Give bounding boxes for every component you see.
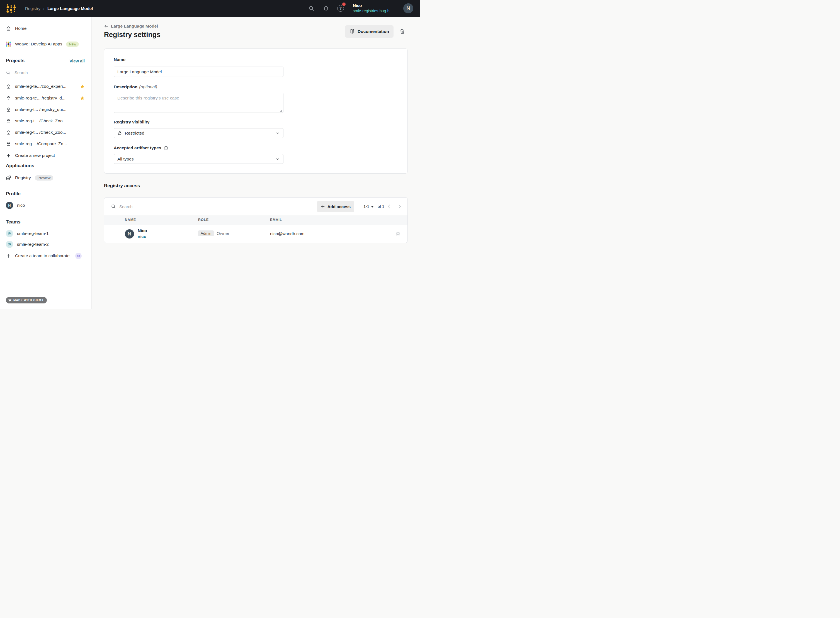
star-icon[interactable] [80,84,85,89]
column-header-role: ROLE [198,218,209,222]
page-total: of 1 [378,204,384,209]
upgrade-crown-icon [75,253,82,259]
wandb-logo-icon[interactable] [6,3,16,13]
plus-icon [6,253,11,258]
bell-icon[interactable] [323,5,329,12]
sidebar-project-item[interactable]: smle-reg-te... /registry_d... [0,94,91,102]
create-team-button[interactable]: Create a team to collaborate [0,252,91,260]
chevron-right-icon[interactable] [397,204,403,209]
registry-access-heading: Registry access [104,183,140,189]
preview-badge: Preview [35,175,53,181]
pagination: 1-1 of 1 [363,198,384,215]
lock-icon [6,119,11,124]
remove-access-icon[interactable] [395,231,401,237]
lock-icon [6,141,11,147]
access-table-header: NAME ROLE EMAIL [104,215,407,225]
sidebar-project-item[interactable]: smle-reg-t... /Check_Zoo... [0,117,91,125]
profile-section-header: Profile [0,190,91,198]
team-icon [6,241,13,248]
plus-icon [6,153,11,158]
add-access-button[interactable]: Add access [317,201,354,212]
search-icon [6,70,10,75]
user-menu[interactable]: Nico smle-registries-bug-b... [353,3,393,13]
table-row: N Nico nico Admin Owner nico@wandb.com [104,225,407,243]
user-name: Nico [353,3,393,8]
visibility-label: Registry visibility [114,120,149,125]
lock-icon [6,95,11,101]
page-range-dropdown[interactable]: 1-1 [363,204,369,209]
avatar[interactable]: N [403,3,413,13]
sidebar-item-weave[interactable]: Weave: Develop AI apps New [0,40,91,48]
breadcrumb: Registry › Large Language Model [25,0,93,17]
projects-section-header: Projects View all [0,57,91,64]
weave-icon [6,42,11,47]
breadcrumb-registry-link[interactable]: Registry [25,6,40,11]
star-icon[interactable] [80,96,85,101]
visibility-select[interactable]: Restricted [114,128,284,138]
access-search-input[interactable]: Search [111,198,231,215]
registry-settings-card: Name Description (optional) Registry vis… [104,49,408,174]
back-link[interactable]: Large Language Model [104,24,158,29]
home-icon [6,26,11,31]
search-icon [111,204,116,209]
help-icon[interactable]: ? [337,5,344,12]
fox-icon [8,299,12,302]
sidebar-team-item[interactable]: smle-reg-team-1 [0,230,91,238]
breadcrumb-separator: › [43,6,45,11]
search-placeholder: Search [119,204,133,209]
member-email: nico@wandb.com [270,231,304,236]
column-header-name: NAME [125,218,136,222]
applications-section-header: Applications [0,162,91,169]
sidebar-item-home[interactable]: Home [0,25,91,32]
member-username-link[interactable]: nico [138,234,146,239]
sidebar-team-item[interactable]: smle-reg-team-2 [0,241,91,248]
lock-icon [6,84,11,89]
sidebar-item-profile[interactable]: N nico [0,202,91,209]
registry-grid-icon [6,175,11,181]
access-toolbar: Search Add access 1-1 of 1 [104,198,407,215]
page-title: Registry settings [104,31,161,39]
registry-access-card: Search Add access 1-1 of 1 NAME RO [104,197,408,243]
sidebar-project-search[interactable]: Search [0,68,91,76]
name-input[interactable] [114,67,284,77]
view-all-link[interactable]: View all [69,58,85,63]
lock-icon [117,131,122,135]
breadcrumb-current: Large Language Model [48,6,93,11]
teams-section-header: Teams [0,218,91,226]
column-header-email: EMAIL [270,218,282,222]
people-icon [7,242,12,247]
description-label: Description (optional) [114,85,157,89]
sidebar-project-item[interactable]: smle-reg-t... /Check_Zoo... [0,128,91,136]
artifact-types-select[interactable]: All types [114,154,284,164]
people-icon [7,232,12,236]
notification-dot [342,3,346,6]
sidebar-project-item[interactable]: smle-reg-te.../zoo_experi... [0,82,91,90]
description-textarea[interactable] [114,93,284,113]
lock-icon [6,130,11,135]
sidebar-project-item[interactable]: smle-reg-.../Compare_Zo... [0,140,91,148]
team-icon [6,230,13,237]
search-icon[interactable] [308,5,314,12]
plus-icon [321,204,325,209]
book-icon [349,29,355,34]
delete-registry-icon[interactable] [399,28,405,34]
sidebar-item-registry[interactable]: Registry Preview [0,174,91,182]
name-label: Name [114,57,125,62]
main-content: Large Language Model Registry settings D… [92,17,420,309]
arrow-left-icon [104,24,109,29]
avatar: N [6,202,13,209]
caret-down-icon[interactable] [371,206,373,208]
create-project-button[interactable]: Create a new project [0,152,91,159]
new-badge: New [66,42,79,47]
user-org-link[interactable]: smle-registries-bug-b... [353,9,393,13]
chevron-down-icon [275,157,280,161]
role-badge[interactable]: Admin [198,230,214,236]
sidebar-project-item[interactable]: smle-reg-t... /registry_qui... [0,105,91,113]
chevron-left-icon[interactable] [386,204,392,209]
avatar: N [125,229,134,239]
documentation-button[interactable]: Documentation [345,25,394,38]
info-icon[interactable] [164,146,168,150]
sidebar: Home Weave: Develop AI apps New Projects… [0,17,92,309]
member-name: Nico [138,228,147,233]
made-with-gifox-badge: MADE WITH GIFOX [6,297,47,303]
